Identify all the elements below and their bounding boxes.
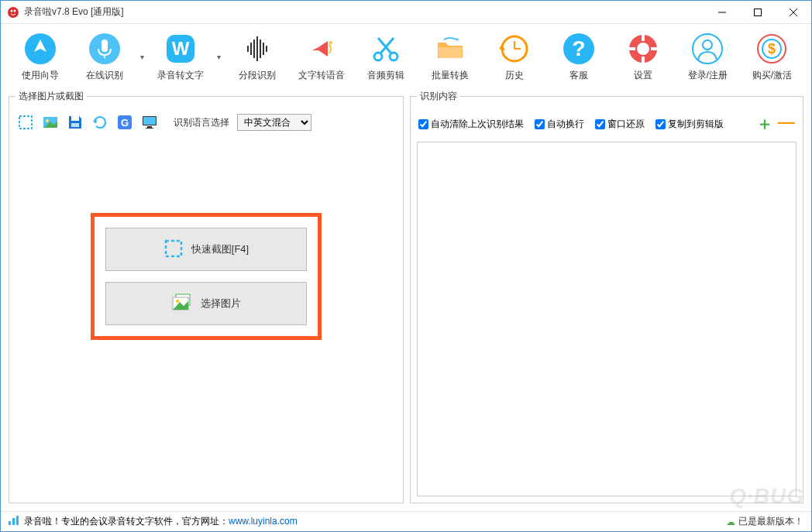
- svg-point-39: [703, 40, 712, 50]
- w-icon: W: [163, 32, 198, 66]
- status-url[interactable]: www.luyinla.com: [229, 516, 298, 527]
- right-options-row: 自动清除上次识别结果 自动换行 窗口还原 复制到剪辑版 ＋ —: [417, 109, 797, 139]
- svg-rect-56: [166, 241, 181, 256]
- svg-rect-34: [642, 33, 645, 41]
- svg-point-45: [46, 119, 49, 122]
- image-stack-icon: [171, 293, 193, 315]
- rec2text-dropdown-arrow[interactable]: ▾: [214, 53, 224, 61]
- lang-select[interactable]: 中英文混合: [237, 114, 311, 131]
- capture-dashed-icon: [163, 239, 184, 261]
- toolbar-guide[interactable]: 使用向导: [9, 29, 71, 85]
- cloud-icon: ☁: [726, 517, 735, 527]
- status-left: 录音啦！专业的会议录音转文字软件，官方网址：www.luyinla.com: [9, 515, 298, 528]
- minimize-button[interactable]: [704, 1, 740, 24]
- image-select-group: 选择图片或截图 G 识别语言选择 中英文混合 快速截图[F4]: [9, 90, 404, 503]
- close-button[interactable]: [776, 1, 811, 24]
- image-file-icon[interactable]: [42, 114, 59, 131]
- svg-point-20: [329, 41, 332, 44]
- bars-icon: [9, 516, 19, 527]
- right-panel: 识别内容 自动清除上次识别结果 自动换行 窗口还原 复制到剪辑版 ＋ —: [410, 90, 803, 503]
- svg-rect-63: [16, 516, 19, 525]
- toolbar-history[interactable]: 历史: [483, 29, 546, 85]
- svg-rect-37: [651, 47, 659, 50]
- add-button[interactable]: ＋: [756, 112, 773, 136]
- svg-line-24: [378, 38, 391, 53]
- history-icon: [497, 32, 532, 66]
- help-icon: ?: [562, 32, 596, 66]
- svg-point-33: [637, 43, 649, 55]
- monitor-icon[interactable]: [141, 114, 158, 131]
- svg-rect-61: [9, 521, 11, 525]
- status-text: 录音啦！专业的会议录音转文字软件，官方网址：www.luyinla.com: [24, 515, 298, 528]
- auto-clear-checkbox[interactable]: 自动清除上次识别结果: [418, 118, 524, 131]
- svg-text:G: G: [121, 117, 129, 129]
- toolbar-tts[interactable]: 文字转语音: [290, 29, 353, 85]
- left-panel: 选择图片或截图 G 识别语言选择 中英文混合 快速截图[F4]: [9, 90, 404, 503]
- svg-text:?: ?: [573, 36, 586, 60]
- svg-rect-9: [102, 39, 108, 52]
- svg-line-23: [380, 38, 394, 53]
- main-content: 选择图片或截图 G 识别语言选择 中英文混合 快速截图[F4]: [1, 90, 811, 511]
- svg-point-0: [8, 7, 19, 18]
- dollar-target-icon: $: [755, 32, 789, 66]
- toolbar-audio-edit[interactable]: 音频剪辑: [354, 29, 417, 85]
- version-status: 已是最新版本！: [738, 515, 803, 528]
- svg-rect-62: [12, 518, 15, 525]
- window-title: 录音啦v7.8 Evo [通用版]: [24, 5, 704, 19]
- svg-marker-25: [456, 38, 459, 41]
- svg-text:W: W: [172, 38, 190, 59]
- quick-capture-button[interactable]: 快速截图[F4]: [105, 228, 307, 271]
- image-drop-area: 快速截图[F4] 选择图片: [15, 136, 397, 496]
- svg-rect-54: [147, 126, 152, 128]
- copy-clipboard-checkbox[interactable]: 复制到剪辑版: [655, 118, 724, 131]
- titlebar: 录音啦v7.8 Evo [通用版]: [1, 1, 811, 24]
- maximize-button[interactable]: [740, 1, 776, 24]
- refresh-icon[interactable]: [91, 114, 108, 131]
- left-mini-toolbar: G 识别语言选择 中英文混合: [15, 109, 397, 136]
- svg-rect-4: [755, 9, 762, 15]
- svg-rect-55: [146, 128, 153, 129]
- result-text-area[interactable]: [417, 142, 797, 496]
- svg-point-22: [390, 53, 397, 60]
- recognition-content-group: 识别内容 自动清除上次识别结果 自动换行 窗口还原 复制到剪辑版 ＋ —: [410, 90, 803, 503]
- svg-rect-35: [642, 57, 645, 64]
- toolbar-segment[interactable]: 分段识别: [225, 29, 288, 85]
- toolbar-rec-to-text[interactable]: W 录音转文字: [150, 29, 212, 85]
- waveform-icon: [240, 32, 274, 66]
- right-legend: 识别内容: [417, 90, 460, 103]
- capture-icon[interactable]: [17, 114, 34, 131]
- toolbar-login[interactable]: 登录/注册: [676, 29, 739, 85]
- svg-marker-49: [93, 120, 97, 124]
- guide-icon: [23, 32, 57, 66]
- svg-rect-48: [71, 123, 79, 127]
- main-toolbar: 使用向导 在线识别 ▾ W 录音转文字 ▾ 分段识别 文字转语音 音频剪辑 批量…: [1, 24, 811, 90]
- auto-wrap-checkbox[interactable]: 自动换行: [535, 118, 584, 131]
- toolbar-batch[interactable]: 批量转换: [418, 29, 481, 85]
- statusbar: 录音啦！专业的会议录音转文字软件，官方网址：www.luyinla.com ☁ …: [1, 511, 811, 531]
- folder-icon: [433, 32, 467, 66]
- scissors-icon: [369, 32, 403, 66]
- toolbar-service[interactable]: ? 客服: [548, 29, 611, 85]
- translate-icon[interactable]: G: [116, 114, 133, 131]
- toolbar-settings[interactable]: 设置: [612, 29, 675, 85]
- svg-marker-29: [499, 44, 505, 50]
- megaphone-icon: [304, 32, 339, 66]
- toolbar-online-recognition[interactable]: 在线识别: [73, 29, 136, 85]
- microphone-icon: [88, 32, 122, 66]
- save-icon[interactable]: [67, 114, 84, 131]
- online-dropdown-arrow[interactable]: ▾: [137, 53, 147, 61]
- app-icon: [7, 6, 19, 19]
- svg-rect-53: [143, 117, 156, 125]
- lang-label: 识别语言选择: [174, 116, 229, 129]
- toolbar-buy[interactable]: $ 购买/激活: [741, 29, 803, 85]
- remove-button[interactable]: —: [778, 112, 795, 136]
- svg-rect-47: [71, 116, 79, 121]
- lifebuoy-icon: [626, 32, 660, 66]
- action-highlight-box: 快速截图[F4] 选择图片: [91, 213, 322, 340]
- svg-point-1: [11, 9, 13, 12]
- svg-point-59: [176, 300, 179, 303]
- select-image-button[interactable]: 选择图片: [105, 282, 307, 325]
- left-legend: 选择图片或截图: [15, 90, 87, 103]
- svg-point-21: [374, 53, 382, 60]
- window-restore-checkbox[interactable]: 窗口还原: [595, 118, 645, 131]
